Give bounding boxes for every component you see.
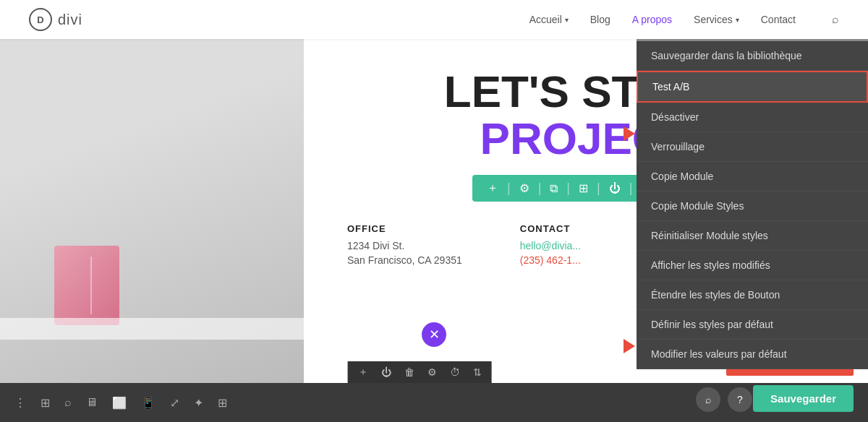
power-icon[interactable]: ⏻: [609, 182, 621, 195]
menu-item-disable[interactable]: Désactiver: [637, 103, 868, 132]
nav-links: Accueil ▾ Blog A propos Services ▾ Conta…: [529, 13, 839, 26]
nav-contact[interactable]: Contact: [761, 14, 796, 25]
help-icon[interactable]: ?: [728, 387, 752, 412]
contact-email: hello@divia...: [520, 240, 581, 251]
chevron-down-icon-services: ▾: [736, 16, 739, 24]
red-arrow-indicator-2: [624, 339, 635, 353]
search-toolbar-icon[interactable]: ⌕: [64, 396, 72, 409]
menu-item-test-ab[interactable]: Test A/B: [637, 71, 868, 103]
nav-apropos[interactable]: A propos: [632, 14, 672, 25]
nav-services[interactable]: Services ▾: [694, 14, 739, 25]
expand-icon[interactable]: ⤢: [170, 396, 179, 410]
office-heading: OFFICE: [347, 223, 462, 234]
menu-item-set-default[interactable]: Définir les styles par défaut: [637, 310, 868, 340]
float-close-button[interactable]: ✕: [422, 322, 446, 347]
add-icon[interactable]: ＋: [487, 181, 498, 196]
save-icons-group: ⌕ ?: [696, 387, 752, 412]
copy-icon[interactable]: ⧉: [550, 182, 558, 195]
contact-phone: (235) 462-1...: [520, 254, 581, 266]
more-row-icon[interactable]: ⇅: [473, 366, 482, 378]
settings-icon[interactable]: ⚙: [519, 181, 529, 195]
left-image: [0, 39, 304, 383]
menu-item-extend-button[interactable]: Étendre les styles de Bouton: [637, 280, 868, 310]
desk-organizer: [43, 231, 130, 325]
layout-icon[interactable]: ⊞: [41, 396, 50, 410]
search-save-icon[interactable]: ⌕: [696, 387, 720, 412]
grid-view-icon[interactable]: ⊞: [218, 396, 227, 410]
cursor-icon[interactable]: ✦: [194, 396, 203, 410]
logo-letter: D: [37, 14, 43, 25]
power-row-icon[interactable]: ⏻: [381, 366, 391, 378]
menu-item-edit-default[interactable]: Modifier les valeurs par défaut: [637, 340, 868, 369]
grid-icon[interactable]: ⊞: [579, 181, 588, 195]
mobile-icon[interactable]: 📱: [141, 396, 156, 410]
menu-item-copy-module[interactable]: Copie Module: [637, 162, 868, 191]
nav-blog[interactable]: Blog: [590, 14, 610, 25]
navbar: D divi Accueil ▾ Blog A propos Services …: [0, 0, 868, 39]
contact-col: CONTACT hello@divia... (235) 462-1...: [520, 223, 581, 269]
bottom-toolbar: ⋮ ⊞ ⌕ 🖥 ⬜ 📱 ⤢ ✦ ⊞ ⌕ ? Sauvegarder: [0, 383, 868, 422]
logo[interactable]: D divi: [29, 8, 82, 31]
desktop-icon[interactable]: 🖥: [86, 396, 98, 409]
menu-icon[interactable]: ⋮: [14, 396, 26, 410]
row-toolbar: ＋ ⏻ 🗑 ⚙ ⏱ ⇅: [348, 361, 492, 383]
delete-row-icon[interactable]: 🗑: [404, 366, 414, 378]
tablet-icon[interactable]: ⬜: [112, 396, 127, 410]
menu-item-lock[interactable]: Verrouillage: [637, 132, 868, 162]
nav-accueil[interactable]: Accueil ▾: [529, 14, 569, 25]
office-address2: San Francisco, CA 29351: [347, 254, 462, 266]
search-icon[interactable]: ⌕: [832, 13, 839, 26]
office-address1: 1234 Divi St.: [347, 240, 462, 251]
desk-photo: [0, 39, 304, 383]
settings-row-icon[interactable]: ⚙: [427, 366, 437, 378]
context-menu: Sauvegarder dans la bibliothèque Test A/…: [637, 39, 868, 369]
save-button[interactable]: Sauvegarder: [753, 385, 854, 412]
logo-text: divi: [58, 12, 82, 28]
menu-item-show-modified[interactable]: Afficher les styles modifiés: [637, 251, 868, 280]
menu-item-reset-styles[interactable]: Réinitialiser Module styles: [637, 221, 868, 251]
menu-item-copy-styles[interactable]: Copie Module Styles: [637, 191, 868, 221]
contact-heading: CONTACT: [520, 223, 581, 234]
menu-item-save-library[interactable]: Sauvegarder dans la bibliothèque: [637, 41, 868, 71]
office-col: OFFICE 1234 Divi St. San Francisco, CA 2…: [347, 223, 462, 269]
chevron-down-icon: ▾: [565, 16, 569, 24]
red-arrow-indicator: [624, 126, 635, 141]
logo-circle: D: [29, 8, 52, 31]
add-row-icon[interactable]: ＋: [358, 366, 368, 379]
history-row-icon[interactable]: ⏱: [450, 366, 460, 378]
